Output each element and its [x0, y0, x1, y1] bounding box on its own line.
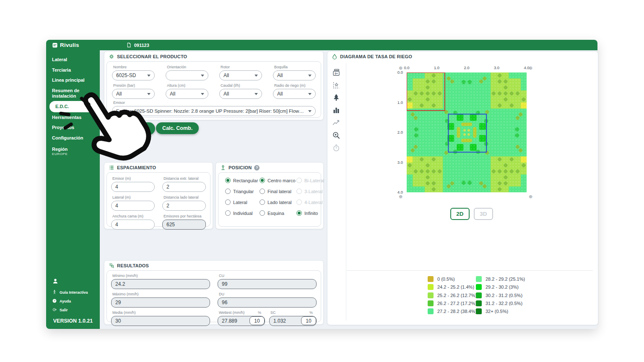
position-pin-icon: [220, 165, 226, 171]
altura-cm-select[interactable]: All: [166, 89, 208, 99]
collections-icon[interactable]: 9+: [332, 68, 340, 77]
rotor-select[interactable]: All: [219, 70, 262, 80]
emitter-select[interactable]: Emitter: 6025-SD Spinner: Nozzle: 2.8 or…: [112, 106, 316, 116]
sc-percent-input[interactable]: 10: [301, 316, 316, 325]
radio-dot: [261, 179, 264, 182]
user-icon[interactable]: [52, 278, 59, 284]
sidebar-footer-gu-a-interactiva[interactable]: Guía Interactiva: [52, 290, 100, 295]
top-bar: Rivulis 091123: [46, 40, 597, 50]
select-value: 6025-SD: [116, 72, 136, 78]
corner-handle-icon[interactable]: ⊕: [529, 194, 532, 199]
sidebar-item-resumen-de-instalaci-n[interactable]: Resumen de instalación: [46, 85, 100, 101]
radio-lateral[interactable]: Lateral: [225, 199, 260, 205]
legend-swatch: [476, 300, 482, 306]
field-sc: SC%1.03210: [269, 310, 317, 326]
tree-icon[interactable]: [332, 93, 340, 102]
legend-swatch: [476, 292, 482, 298]
field-label: DU: [219, 292, 317, 296]
radio-circle: [225, 210, 231, 216]
calc-comb-button[interactable]: Calc. Comb.: [156, 122, 199, 134]
radio-individual[interactable]: Individual: [225, 210, 260, 216]
radio-label: Individual: [233, 211, 252, 216]
chart-select-icon[interactable]: [332, 81, 340, 89]
caudal-l-h-select[interactable]: All: [219, 89, 262, 99]
radio-4-lateral: 4-Lateral: [296, 199, 329, 205]
radio-label: 4-Lateral: [304, 200, 322, 205]
sidebar-item-proyectos[interactable]: Proyectos: [46, 122, 100, 133]
radio-triangular[interactable]: Triangular: [225, 189, 260, 194]
svg-text:9+: 9+: [335, 72, 338, 75]
results-bottom-row: Wettest (mm/h)%27.88910SC%1.03210: [218, 310, 317, 326]
sidebar-item-configuraci-n[interactable]: Configuración: [46, 133, 100, 143]
radio-final-lateral[interactable]: Final lateral: [260, 189, 296, 194]
radio-esquina[interactable]: Esquina: [260, 210, 296, 216]
trend-icon[interactable]: [332, 119, 340, 127]
curve-button-label: Curva Pluviométrica: [116, 124, 152, 134]
document-tab[interactable]: 091123: [126, 42, 149, 48]
orientaci-n-select[interactable]: [166, 70, 208, 80]
cu-value: 99: [218, 279, 317, 289]
sidebar-item-herramientas[interactable]: Herramientas: [46, 112, 100, 123]
field-altura-cm: Altura (cm)All: [166, 83, 208, 99]
wettest-mm-h-percent-input[interactable]: 10: [249, 316, 265, 325]
chevron-down-icon: [254, 93, 258, 95]
emisor-m-input[interactable]: 4: [111, 182, 155, 192]
radio-label: Infinito: [304, 211, 318, 216]
media-mm-h-value: 30: [111, 316, 210, 326]
radio-label: Final lateral: [267, 189, 291, 194]
diagram-title-text: DIAGRAMA DE TASA DE RIEGO: [340, 54, 412, 59]
field-label: Lateral (m): [112, 195, 155, 199]
view-2d-label: 2D: [456, 211, 463, 217]
version-label: VERSION 1.0.21: [46, 318, 100, 324]
field-m-ximo-mm-h: Máximo (mm/h)29: [111, 292, 210, 308]
legend-label: 25.2 - 26.2 (12.7%): [437, 293, 477, 298]
radio-rectangular[interactable]: Rectangular: [225, 178, 260, 183]
field-label: Emisor (m): [112, 176, 155, 181]
anchura-cama-m-input[interactable]: 4: [111, 220, 155, 230]
view-3d-label: 3D: [480, 211, 487, 217]
sidebar-footer-ayuda[interactable]: ?Ayuda: [52, 298, 100, 304]
zoom-icon[interactable]: [332, 131, 340, 140]
distancia-extr-lateral-input[interactable]: 2: [162, 182, 206, 192]
field-emisores-por-hect-rea: Emisores por hectárea625: [162, 214, 206, 230]
field-rotor: RotorAll: [219, 65, 262, 80]
guide-icon: [52, 290, 57, 295]
radio-infinito[interactable]: Infinito: [296, 210, 329, 216]
boquilla-select[interactable]: All: [273, 70, 316, 80]
radio-centro-marco[interactable]: Centro marco: [260, 178, 296, 183]
sidebar-footer-salir[interactable]: Salir: [52, 307, 100, 313]
legend-label: 27.2 - 28.2 (38.4%): [437, 309, 477, 314]
legend-entry: 28.2 - 29.2 (25.1%): [476, 276, 525, 282]
field-label: Distancia extr. lateral: [164, 176, 206, 181]
lateral-m-input[interactable]: 4: [111, 201, 155, 211]
bar-chart-icon[interactable]: [332, 106, 340, 114]
calc-comb-button-label: Calc. Comb.: [162, 125, 192, 131]
timer-icon[interactable]: [332, 144, 340, 152]
radio-de-riego-m-select[interactable]: All: [273, 89, 316, 99]
view-2d-button[interactable]: 2D: [450, 208, 470, 220]
results-right-col: CU99DU96Wettest (mm/h)%27.88910SC%1.0321…: [218, 274, 317, 326]
presi-n-bar-select[interactable]: All: [112, 89, 155, 99]
sidebar-item-linea-principal[interactable]: Linea principal: [46, 75, 100, 85]
product-title-text: SELECCIONAR EL PRODUCTO: [117, 54, 187, 59]
corner-handle-icon[interactable]: ⊕: [529, 65, 532, 71]
nombre-select[interactable]: 6025-SD: [112, 70, 155, 80]
radio-circle: [296, 189, 302, 194]
curve-button[interactable]: Curva Pluviométrica: [112, 122, 155, 135]
radio-lado-lateral[interactable]: Lado lateral: [260, 199, 296, 205]
sidebar-item-e-d-c[interactable]: E.D.C.: [49, 101, 100, 112]
legend-label: 30.2 - 31.2 (0.5%): [486, 293, 522, 298]
irrigation-heatmap[interactable]: [407, 72, 527, 192]
sidebar-item-terciaria[interactable]: Terciaria: [46, 65, 100, 75]
help-badge[interactable]: ?: [254, 165, 260, 171]
radio-circle: [260, 178, 265, 183]
view-3d-button[interactable]: 3D: [474, 208, 493, 220]
sidebar-item-lateral[interactable]: Lateral: [46, 54, 100, 65]
footer-label: Ayuda: [60, 299, 71, 303]
position-title-text: POSICION: [229, 165, 252, 170]
corner-handle-icon[interactable]: ⊕: [399, 65, 402, 71]
legend-label: 26.2 - 27.2 (17.2%): [437, 301, 477, 306]
diagram-card: DIAGRAMA DE TASA DE RIEGO 9+ 2D 3D 0 (0.…: [327, 51, 598, 325]
corner-handle-icon[interactable]: ⊕: [399, 194, 402, 199]
distancia-lado-lateral-input[interactable]: 2: [162, 201, 206, 211]
